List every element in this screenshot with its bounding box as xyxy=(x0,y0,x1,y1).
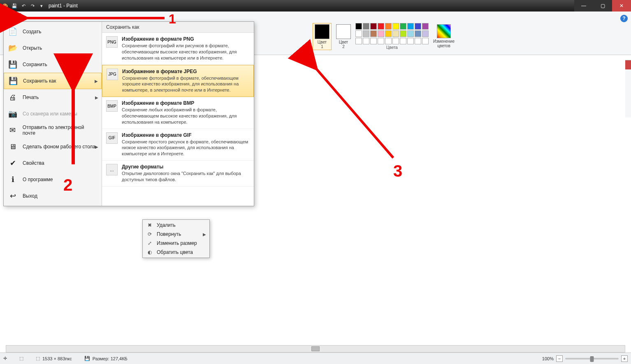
context-menu-item[interactable]: ⟳Повернуть▶ xyxy=(144,230,209,239)
context-menu-item[interactable]: ◐Обратить цвета xyxy=(144,248,209,257)
file-menu-item-label: Печать xyxy=(23,94,39,100)
file-menu-item[interactable]: 💾Сохранить как▶ xyxy=(4,73,102,89)
save-icon[interactable]: 💾 xyxy=(11,2,18,9)
file-menu-item-icon: 📄 xyxy=(8,27,18,37)
save-format-item[interactable]: BMPИзображение в формате BMPСохранение л… xyxy=(102,97,254,129)
context-menu-label: Изменить размер xyxy=(157,240,197,246)
save-format-item[interactable]: …Другие форматыОткрытие диалогового окна… xyxy=(102,161,254,187)
color-swatch[interactable] xyxy=(392,30,399,37)
color-swatch[interactable] xyxy=(355,23,362,30)
file-menu-item-icon: 💾 xyxy=(8,60,18,69)
format-desc: Сохранение любых изображений в формате, … xyxy=(122,107,250,125)
format-desc: Сохранение фотографий в формате, обеспеч… xyxy=(122,75,249,94)
color-swatch[interactable] xyxy=(407,30,414,37)
color-swatch[interactable] xyxy=(378,30,384,37)
undo-icon[interactable]: ↶ xyxy=(20,2,27,9)
color-1-swatch xyxy=(315,24,329,39)
color-swatch[interactable] xyxy=(400,23,406,30)
submenu-arrow-icon: ▶ xyxy=(95,145,98,149)
color-palette xyxy=(355,23,429,44)
file-menu-item[interactable]: ✉Отправить по электронной почте xyxy=(4,122,102,138)
file-menu-item[interactable]: 📄Создать xyxy=(4,23,102,40)
save-format-item[interactable]: PNGИзображение в формате PNGСохранение ф… xyxy=(102,33,254,65)
color-1-selector[interactable]: Цвет 1 xyxy=(313,23,332,50)
color-swatch[interactable] xyxy=(422,23,429,30)
colors-group-label: Цвета xyxy=(355,45,429,50)
file-menu-item-icon: 💾 xyxy=(8,76,18,86)
edit-colors-button[interactable]: Изменение цветов xyxy=(431,23,457,49)
empty-color-swatch[interactable] xyxy=(407,38,414,44)
empty-color-swatch[interactable] xyxy=(363,38,369,44)
color-swatch[interactable] xyxy=(378,23,384,30)
zoom-label: 100% xyxy=(542,356,554,361)
empty-color-swatch[interactable] xyxy=(415,38,421,44)
minimize-button[interactable]: — xyxy=(574,0,593,12)
file-menu-item-icon: ℹ xyxy=(8,175,18,184)
color-swatch[interactable] xyxy=(422,30,429,37)
format-title: Изображение в формате JPEG xyxy=(122,69,249,74)
empty-color-swatch[interactable] xyxy=(370,38,377,44)
canvas-dims-icon: ⬚ xyxy=(36,356,40,361)
context-menu-item[interactable]: ⤢Изменить размер xyxy=(144,239,209,248)
format-icon: BMP xyxy=(106,100,118,112)
format-icon: … xyxy=(106,164,118,175)
context-menu-label: Обратить цвета xyxy=(157,249,193,255)
file-menu-item[interactable]: ✔Свойства xyxy=(4,155,102,171)
scrollbar-thumb[interactable] xyxy=(311,346,320,351)
zoom-slider[interactable] xyxy=(565,358,619,359)
file-menu-item[interactable]: ℹО программе xyxy=(4,171,102,188)
file-menu-item[interactable]: 🖨Печать▶ xyxy=(4,89,102,106)
window-title: paint1 - Paint xyxy=(49,3,78,9)
empty-color-swatch[interactable] xyxy=(422,38,429,44)
ribbon-colors-group: Цвет 1 Цвет 2 Цвета Изменение цветов xyxy=(313,23,457,50)
save-as-submenu: Сохранить как PNGИзображение в формате P… xyxy=(102,22,254,206)
file-menu-item[interactable]: 💾Сохранить xyxy=(4,56,102,73)
context-submenu-arrow: ▶ xyxy=(203,232,206,237)
color-swatch[interactable] xyxy=(370,30,377,37)
empty-color-swatch[interactable] xyxy=(385,38,392,44)
format-desc: Сохранение фотографий или рисунков в фор… xyxy=(122,43,250,61)
color-swatch[interactable] xyxy=(363,30,369,37)
color-swatch[interactable] xyxy=(385,23,392,30)
empty-color-swatch[interactable] xyxy=(392,38,399,44)
qat-dropdown-icon[interactable]: ▾ xyxy=(38,2,45,9)
selection-size-icon: ⬚ xyxy=(19,356,23,361)
empty-color-swatch[interactable] xyxy=(400,38,406,44)
format-title: Изображение в формате BMP xyxy=(122,100,250,106)
color-2-selector[interactable]: Цвет 2 xyxy=(334,23,353,50)
file-menu-item[interactable]: 📂Открыть xyxy=(4,40,102,56)
redo-icon[interactable]: ↷ xyxy=(29,2,36,9)
context-menu-item[interactable]: ✖Удалить xyxy=(144,221,209,230)
color-swatch[interactable] xyxy=(415,30,421,37)
maximize-button[interactable]: ▢ xyxy=(593,0,612,12)
context-menu-icon: ◐ xyxy=(146,249,153,255)
cursor-pos-icon: ✛ xyxy=(3,356,7,361)
zoom-in-button[interactable]: + xyxy=(621,355,628,362)
color-swatch[interactable] xyxy=(415,23,421,30)
file-menu-dropdown: 📄Создать📂Открыть💾Сохранить💾Сохранить как… xyxy=(3,21,254,206)
save-format-item[interactable]: GIFИзображение в формате GIFСохранение п… xyxy=(102,129,254,161)
close-button[interactable]: ✕ xyxy=(612,0,631,12)
color-swatch[interactable] xyxy=(355,30,362,37)
context-menu: ✖Удалить⟳Повернуть▶⤢Изменить размер◐Обра… xyxy=(142,219,210,258)
file-menu-item[interactable]: ↩Выход xyxy=(4,188,102,204)
color-swatch[interactable] xyxy=(370,23,377,30)
color-swatch[interactable] xyxy=(407,23,414,30)
color-swatch[interactable] xyxy=(392,23,399,30)
color-swatch[interactable] xyxy=(385,30,392,37)
empty-color-swatch[interactable] xyxy=(378,38,384,44)
format-desc: Открытие диалогового окна "Сохранить как… xyxy=(122,170,250,183)
file-menu-item-label: Сохранить xyxy=(23,62,47,67)
file-menu-item[interactable]: 🖥Сделать фоном рабочего стола▶ xyxy=(4,138,102,155)
help-icon[interactable]: ? xyxy=(620,15,628,22)
file-menu-button[interactable]: ▤▾ xyxy=(5,13,21,22)
format-desc: Сохранение простого рисунок в формате, о… xyxy=(122,139,250,157)
color-swatch[interactable] xyxy=(400,30,406,37)
file-menu-item-icon: ↩ xyxy=(8,191,18,201)
empty-color-swatch[interactable] xyxy=(355,38,362,44)
zoom-out-button[interactable]: − xyxy=(556,355,563,362)
save-format-item[interactable]: JPGИзображение в формате JPEGСохранение … xyxy=(102,65,254,97)
file-menu-item-label: Сделать фоном рабочего стола xyxy=(23,144,95,150)
color-swatch[interactable] xyxy=(363,23,369,30)
horizontal-scrollbar[interactable] xyxy=(6,345,625,352)
